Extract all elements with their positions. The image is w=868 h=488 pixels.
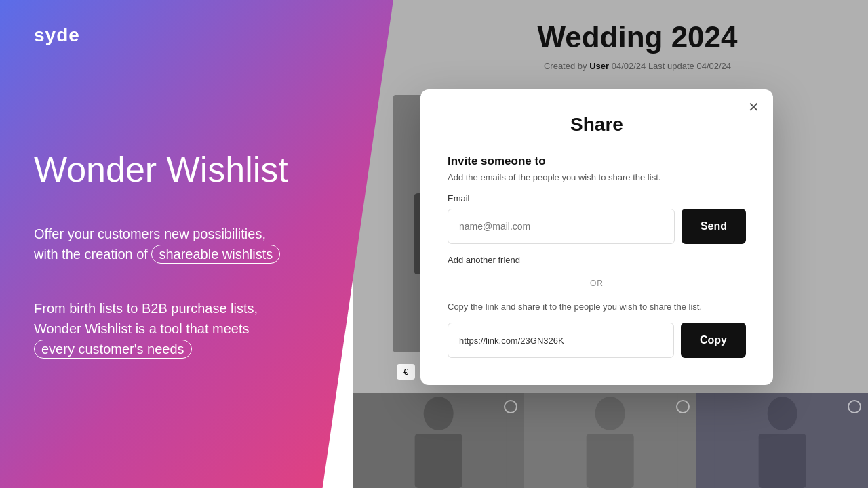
copy-description: Copy the link and share it to the people… xyxy=(448,300,746,314)
invite-title: Invite someone to xyxy=(448,155,746,168)
divider-line-right xyxy=(613,283,746,283)
copy-button[interactable]: Copy xyxy=(681,323,746,358)
email-label: Email xyxy=(448,193,746,203)
description2-pre: From birth lists to B2B purchase lists,W… xyxy=(34,301,258,336)
divider: OR xyxy=(448,279,746,288)
divider-text: OR xyxy=(590,279,604,288)
left-content: Wonder Wishlist Offer your customers new… xyxy=(34,46,359,464)
customer-needs-highlight: every customer's needs xyxy=(34,340,192,359)
invite-subtitle: Add the emails of the people you wish to… xyxy=(448,172,746,182)
modal-title: Share xyxy=(448,114,746,136)
logo: syde xyxy=(34,24,359,46)
shareable-wishlists-highlight: shareable wishlists xyxy=(151,245,280,264)
left-panel: syde Wonder Wishlist Offer your customer… xyxy=(0,0,393,488)
right-panel: Wedding 2024 Created by User 04/02/24 La… xyxy=(353,0,868,488)
divider-line-left xyxy=(448,283,580,283)
description1: Offer your customers new possibilities,w… xyxy=(34,224,359,264)
email-row: Send xyxy=(448,209,746,244)
modal-overlay: ✕ Share Invite someone to Add the emails… xyxy=(353,0,868,488)
description2: From birth lists to B2B purchase lists,W… xyxy=(34,298,359,359)
add-friend-button[interactable]: Add another friend xyxy=(448,255,520,265)
main-title: Wonder Wishlist xyxy=(34,150,359,189)
email-input[interactable] xyxy=(448,209,675,244)
modal-close-button[interactable]: ✕ xyxy=(748,100,760,114)
logo-text: syde xyxy=(34,24,80,45)
copy-row: Copy xyxy=(448,323,746,358)
link-input[interactable] xyxy=(448,323,674,358)
send-button[interactable]: Send xyxy=(682,209,746,244)
share-modal: ✕ Share Invite someone to Add the emails… xyxy=(420,89,773,386)
